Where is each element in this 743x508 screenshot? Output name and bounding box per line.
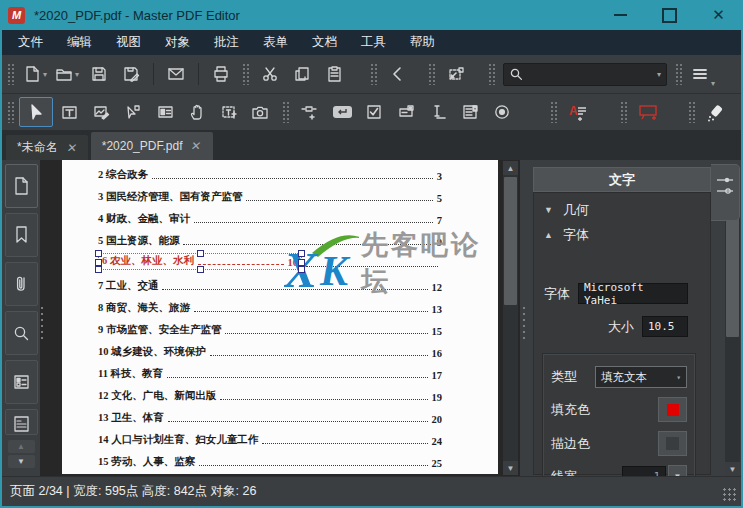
- toc-row[interactable]: 3 国民经济管理、国有资产监管5: [62, 185, 498, 207]
- sidebar-form-fields-button[interactable]: [5, 360, 38, 404]
- open-button[interactable]: ▾: [51, 60, 83, 88]
- toolbar-grip[interactable]: [7, 101, 14, 123]
- toolbar-grip[interactable]: [428, 63, 435, 85]
- font-size-field[interactable]: 10.5: [642, 316, 688, 337]
- menu-item[interactable]: 对象: [153, 30, 202, 55]
- new-document-button[interactable]: ▾: [19, 60, 51, 88]
- paste-button[interactable]: [318, 60, 350, 88]
- sidebar-annotations-button[interactable]: [5, 409, 38, 435]
- selection-handle[interactable]: [298, 259, 305, 266]
- search-input[interactable]: [523, 67, 655, 81]
- selection-handle[interactable]: [298, 250, 305, 257]
- toolbar-grip[interactable]: [620, 101, 627, 123]
- tab-close-icon[interactable]: ✕: [65, 141, 78, 155]
- toc-row[interactable]: 12 文化、广电、新闻出版19: [62, 384, 498, 406]
- save-as-button[interactable]: [115, 60, 147, 88]
- menu-item[interactable]: 编辑: [55, 30, 104, 55]
- menu-item[interactable]: 帮助: [398, 30, 447, 55]
- edit-image-tool[interactable]: [85, 98, 117, 126]
- add-text-annotation-tool[interactable]: A: [562, 98, 594, 126]
- sidebar-splitter[interactable]: [40, 305, 45, 341]
- toc-row[interactable]: 14 人口与计划生育、妇女儿童工作24: [62, 428, 498, 450]
- toc-row[interactable]: 10 城乡建设、环境保护16: [62, 340, 498, 362]
- radio-field-tool[interactable]: [486, 98, 518, 126]
- scrollbar-thumb[interactable]: [726, 211, 739, 337]
- resize-grip[interactable]: [722, 487, 737, 502]
- sidebar-scroll-down[interactable]: ▼: [8, 455, 35, 468]
- email-button[interactable]: [160, 60, 192, 88]
- selection-handle[interactable]: [95, 266, 102, 273]
- cut-button[interactable]: [254, 60, 286, 88]
- selection-handle[interactable]: [298, 266, 305, 273]
- hand-tool[interactable]: [181, 98, 213, 126]
- sidebar-scroll-up[interactable]: ▲: [8, 440, 35, 453]
- toc-row[interactable]: 6 农业、林业、水利10: [62, 251, 498, 273]
- edit-forms-tool[interactable]: [117, 98, 149, 126]
- toolbar-grip[interactable]: [7, 63, 14, 85]
- sidebar-attachments-button[interactable]: [5, 262, 38, 306]
- sidebar-search-button[interactable]: [5, 311, 38, 355]
- form-card-tool[interactable]: [149, 98, 181, 126]
- back-button[interactable]: [382, 60, 414, 88]
- panel-splitter[interactable]: [522, 305, 527, 341]
- listbox-field-tool[interactable]: [454, 98, 486, 126]
- text-field-tool[interactable]: [422, 98, 454, 126]
- selection-handle[interactable]: [197, 250, 204, 257]
- tab-2020-pdf[interactable]: *2020_PDF.pdf ✕: [91, 132, 213, 160]
- toc-row[interactable]: 13 卫生、体育20: [62, 406, 498, 428]
- tab-untitled[interactable]: *未命名 ✕: [6, 135, 88, 160]
- screenshot-tool[interactable]: [245, 98, 277, 126]
- toolbar-grip[interactable]: [675, 63, 682, 85]
- minimize-button[interactable]: [596, 0, 645, 30]
- scroll-down-icon[interactable]: ▼: [725, 462, 740, 476]
- save-button[interactable]: [83, 60, 115, 88]
- menu-item[interactable]: 文档: [300, 30, 349, 55]
- panel-toggle-tab[interactable]: [711, 164, 740, 221]
- close-button[interactable]: ✕: [694, 0, 743, 30]
- toolbar-grip[interactable]: [370, 63, 377, 85]
- combobox-field-tool[interactable]: [390, 98, 422, 126]
- scroll-up-icon[interactable]: ▲: [503, 161, 518, 175]
- scroll-down-icon[interactable]: ▼: [503, 461, 518, 475]
- section-font[interactable]: ▲ 字体: [544, 222, 688, 247]
- copy-button[interactable]: [286, 60, 318, 88]
- pdf-page[interactable]: 2 综合政务33 国民经济管理、国有资产监管54 财政、金融、审计75 国土资源…: [62, 160, 498, 474]
- menu-item[interactable]: 批注: [202, 30, 251, 55]
- toc-row[interactable]: 8 商贸、海关、旅游13: [62, 296, 498, 318]
- edit-text-tool[interactable]: [53, 98, 85, 126]
- section-geometry[interactable]: ▼ 几何: [544, 197, 688, 222]
- toolbar-grip[interactable]: [282, 101, 289, 123]
- main-menu-button[interactable]: ▾: [687, 60, 719, 88]
- type-dropdown[interactable]: 填充文本 ▾: [595, 366, 687, 388]
- document-view[interactable]: 2 综合政务33 国民经济管理、国有资产监管54 财政、金融、审计75 国土资源…: [40, 160, 520, 477]
- selection-handle[interactable]: [95, 259, 102, 266]
- toc-row[interactable]: 15 劳动、人事、监察25: [62, 450, 498, 472]
- toc-row[interactable]: 2 综合政务3: [62, 163, 498, 185]
- selected-text-object[interactable]: 6 农业、林业、水利10: [98, 253, 302, 270]
- button-field-tool[interactable]: [326, 98, 358, 126]
- toc-row[interactable]: 11 科技、教育17: [62, 362, 498, 384]
- toolbar-grip[interactable]: [688, 101, 695, 123]
- snapshot-button[interactable]: [440, 60, 472, 88]
- add-link-tool[interactable]: [294, 98, 326, 126]
- add-callout-tool[interactable]: [632, 98, 664, 126]
- tab-close-icon[interactable]: ✕: [190, 139, 203, 153]
- toolbar-grip[interactable]: [242, 63, 249, 85]
- toolbar-grip[interactable]: [550, 101, 557, 123]
- fill-color-button[interactable]: [658, 397, 687, 422]
- sidebar-bookmarks-button[interactable]: [5, 213, 38, 257]
- menu-item[interactable]: 文件: [6, 30, 55, 55]
- document-scrollbar[interactable]: ▲ ▼: [503, 161, 518, 475]
- scrollbar-thumb[interactable]: [504, 177, 517, 305]
- panel-scrollbar[interactable]: ▲ ▼: [725, 193, 740, 476]
- search-box[interactable]: ▾: [503, 63, 667, 86]
- menu-item[interactable]: 视图: [104, 30, 153, 55]
- toolbar-grip[interactable]: [488, 63, 495, 85]
- font-name-field[interactable]: Microsoft YaHei: [578, 283, 688, 304]
- toc-row[interactable]: 4 财政、金融、审计7: [62, 207, 498, 229]
- highlighter-tool[interactable]: [700, 98, 732, 126]
- toc-row[interactable]: 5 国土资源、能源9: [62, 229, 498, 251]
- print-button[interactable]: [205, 60, 237, 88]
- toc-row[interactable]: 16 公安、安全、司法26: [62, 472, 498, 474]
- toc-row[interactable]: 9 市场监管、安全生产监管15: [62, 318, 498, 340]
